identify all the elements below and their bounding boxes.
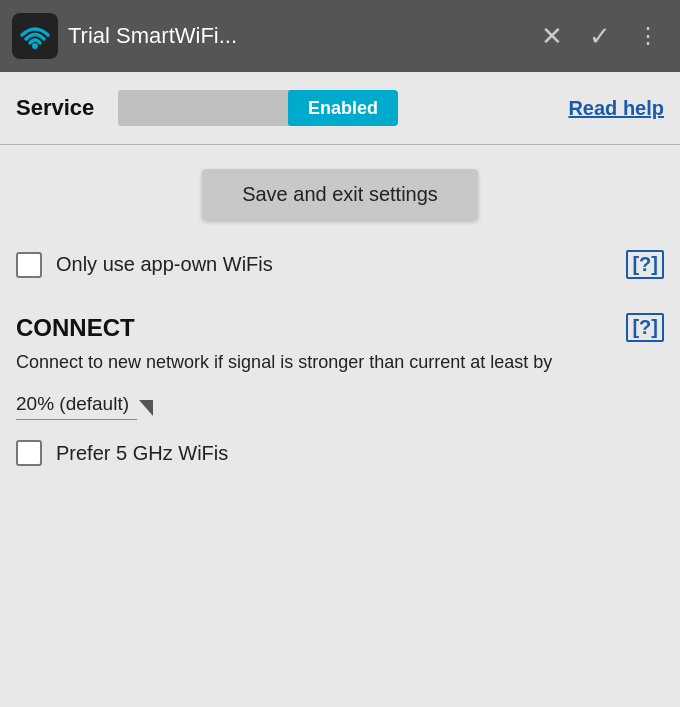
prefer-5ghz-row: Prefer 5 GHz WiFis [0, 430, 680, 476]
connect-description: Connect to new network if signal is stro… [0, 350, 680, 387]
signal-strength-dropdown-row: 20% (default) [0, 387, 680, 430]
connect-help-badge[interactable]: [?] [626, 313, 664, 342]
service-label: Service [16, 95, 106, 121]
prefer-5ghz-label: Prefer 5 GHz WiFis [56, 442, 664, 465]
only-own-wifi-label: Only use app-own WiFis [56, 253, 612, 276]
title-bar: Trial SmartWiFi... ✕ ✓ ⋮ [0, 0, 680, 72]
only-own-wifi-help-badge[interactable]: [?] [626, 250, 664, 279]
service-toggle[interactable]: Enabled [118, 90, 398, 126]
close-icon[interactable]: ✕ [533, 15, 571, 57]
check-icon[interactable]: ✓ [581, 15, 619, 57]
only-own-wifi-row: Only use app-own WiFis [?] [0, 240, 680, 289]
more-options-icon[interactable]: ⋮ [629, 17, 668, 55]
toggle-enabled-label[interactable]: Enabled [288, 90, 398, 126]
read-help-link[interactable]: Read help [568, 97, 664, 120]
app-title: Trial SmartWiFi... [68, 23, 523, 49]
signal-strength-value: 20% (default) [16, 393, 137, 420]
connect-header: CONNECT [?] [0, 299, 680, 350]
save-area: Save and exit settings [0, 145, 680, 240]
only-own-wifi-checkbox[interactable] [16, 252, 42, 278]
connect-title: CONNECT [16, 314, 626, 342]
content-area: Service Enabled Read help Save and exit … [0, 72, 680, 476]
section-gap-1 [0, 289, 680, 299]
dropdown-arrow-icon[interactable] [139, 400, 153, 416]
service-row: Service Enabled Read help [0, 72, 680, 144]
save-button[interactable]: Save and exit settings [202, 169, 478, 220]
svg-point-1 [32, 43, 38, 49]
app-icon [12, 13, 58, 59]
prefer-5ghz-checkbox[interactable] [16, 440, 42, 466]
toggle-off-area [118, 90, 288, 126]
